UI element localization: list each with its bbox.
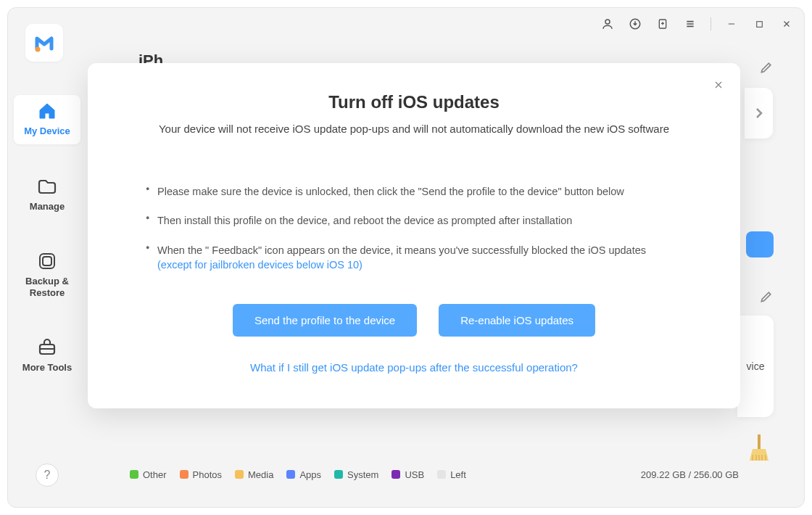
card-chevron[interactable] [745, 88, 774, 139]
sidebar-item-manage[interactable]: Manage [14, 170, 80, 220]
swatch-usb [392, 470, 400, 479]
help-button[interactable]: ? [36, 464, 59, 487]
swatch-photos [180, 470, 188, 479]
app-window: My Device Manage Backup & Restore More T… [7, 7, 805, 508]
menu-icon[interactable] [683, 17, 697, 31]
svg-rect-8 [758, 434, 761, 449]
faq-link[interactable]: What if I still get iOS update pop-ups a… [146, 361, 682, 374]
titlebar [8, 8, 804, 40]
user-icon[interactable] [600, 17, 615, 31]
storage-usage: 209.22 GB / 256.00 GB [641, 469, 739, 480]
bullet-link[interactable]: (except for jailbroken devices below iOS… [157, 259, 362, 271]
reenable-updates-button[interactable]: Re-enable iOS updates [439, 304, 595, 337]
sidebar-item-label: Manage [30, 201, 65, 213]
legend-item: Media [235, 469, 273, 480]
bullet-item: Then install this profile on the device,… [157, 213, 682, 228]
sidebar-item-label: More Tools [22, 362, 72, 374]
svg-point-4 [36, 47, 41, 52]
backup-icon [36, 251, 58, 271]
bullet-item: When the " Feedback" icon appears on the… [157, 243, 682, 273]
modal-bullets: Please make sure the device is unlocked,… [146, 184, 682, 272]
svg-point-0 [605, 20, 610, 24]
home-icon [36, 101, 58, 121]
sidebar-item-my-device[interactable]: My Device [14, 95, 80, 144]
sidebar-item-more-tools[interactable]: More Tools [14, 331, 80, 381]
pencil-icon[interactable] [759, 289, 774, 307]
close-icon[interactable] [779, 17, 794, 31]
maximize-icon[interactable] [752, 17, 766, 31]
broom-icon[interactable] [745, 427, 774, 464]
swatch-other [130, 470, 138, 479]
swatch-system [334, 470, 343, 479]
card-partial-text: vice [737, 316, 774, 417]
app-logo [25, 24, 63, 62]
legend-item: Other [130, 469, 167, 480]
blue-action-button-partial[interactable] [746, 231, 774, 258]
legend-item: Apps [286, 469, 321, 480]
bullet-item: Please make sure the device is unlocked,… [157, 184, 682, 199]
toolbox-icon [36, 337, 58, 358]
swatch-media [235, 470, 244, 479]
newdoc-icon[interactable] [655, 17, 670, 31]
minimize-icon[interactable] [724, 17, 739, 31]
download-icon[interactable] [628, 17, 642, 31]
swatch-left [437, 470, 446, 479]
sidebar-item-label: My Device [24, 125, 70, 137]
svg-rect-3 [756, 21, 762, 27]
legend-item: Left [437, 469, 466, 480]
send-profile-button[interactable]: Send the profile to the device [233, 304, 417, 337]
svg-rect-6 [43, 257, 51, 265]
modal-title: Turn off iOS updates [146, 92, 682, 112]
folder-icon [36, 176, 58, 197]
modal-turn-off-ios-updates: Turn off iOS updates Your device will no… [88, 63, 740, 408]
modal-button-row: Send the profile to the device Re-enable… [146, 304, 682, 337]
sidebar-item-label: Backup & Restore [14, 276, 80, 298]
modal-close-icon[interactable] [710, 76, 727, 94]
legend-item: Photos [180, 469, 222, 480]
swatch-apps [286, 470, 295, 479]
sidebar-item-backup-restore[interactable]: Backup & Restore [14, 245, 80, 305]
storage-legend: Other Photos Media Apps System USB Left … [130, 464, 782, 485]
legend-item: USB [392, 469, 424, 480]
sidebar: My Device Manage Backup & Restore More T… [11, 95, 83, 498]
titlebar-divider [710, 17, 711, 30]
legend-item: System [334, 469, 378, 480]
modal-subtitle: Your device will not receive iOS update … [146, 123, 682, 135]
pencil-icon[interactable] [759, 60, 774, 78]
